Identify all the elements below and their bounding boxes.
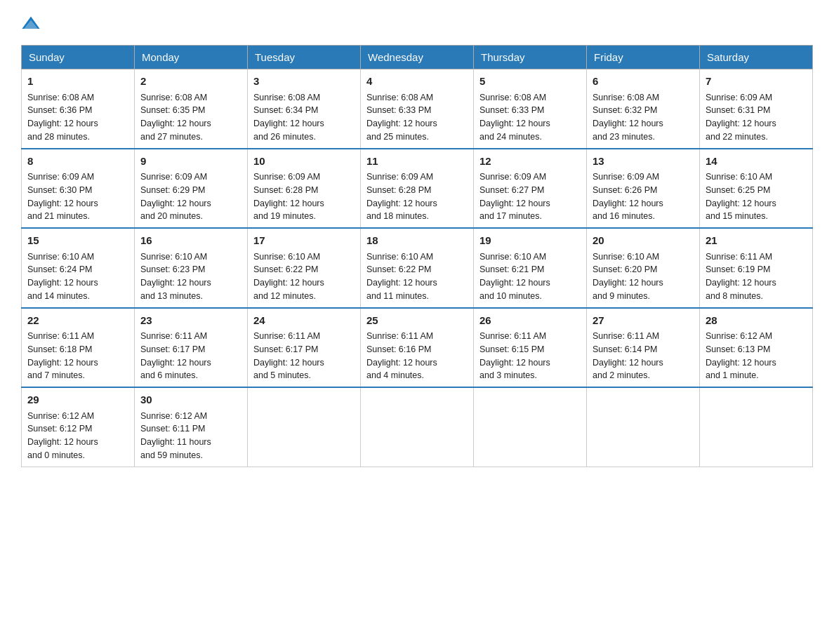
day-number: 30 — [140, 392, 241, 408]
calendar-cell — [587, 387, 700, 467]
calendar-cell: 26 Sunrise: 6:11 AM Sunset: 6:15 PM Dayl… — [474, 308, 587, 388]
calendar-cell: 24 Sunrise: 6:11 AM Sunset: 6:17 PM Dayl… — [248, 308, 361, 388]
calendar-cell: 1 Sunrise: 6:08 AM Sunset: 6:36 PM Dayli… — [22, 69, 135, 149]
calendar-table: SundayMondayTuesdayWednesdayThursdayFrid… — [21, 45, 813, 467]
calendar-cell: 21 Sunrise: 6:11 AM Sunset: 6:19 PM Dayl… — [700, 228, 813, 308]
calendar-cell: 27 Sunrise: 6:11 AM Sunset: 6:14 PM Dayl… — [587, 308, 700, 388]
day-number: 11 — [366, 154, 468, 170]
calendar-week-row: 15 Sunrise: 6:10 AM Sunset: 6:24 PM Dayl… — [22, 228, 813, 308]
calendar-cell — [700, 387, 813, 467]
day-number: 18 — [366, 233, 468, 249]
day-number: 10 — [253, 154, 355, 170]
day-number: 28 — [706, 313, 807, 329]
calendar-cell: 5 Sunrise: 6:08 AM Sunset: 6:33 PM Dayli… — [474, 69, 587, 149]
day-number: 26 — [479, 313, 581, 329]
logo — [21, 14, 45, 34]
calendar-cell: 8 Sunrise: 6:09 AM Sunset: 6:30 PM Dayli… — [22, 149, 135, 229]
calendar-cell: 25 Sunrise: 6:11 AM Sunset: 6:16 PM Dayl… — [361, 308, 474, 388]
day-number: 1 — [27, 74, 128, 90]
day-number: 12 — [479, 154, 581, 170]
day-number: 24 — [253, 313, 355, 329]
calendar-cell: 15 Sunrise: 6:10 AM Sunset: 6:24 PM Dayl… — [22, 228, 135, 308]
logo-icon — [21, 14, 41, 34]
calendar-cell: 9 Sunrise: 6:09 AM Sunset: 6:29 PM Dayli… — [135, 149, 248, 229]
calendar-week-row: 8 Sunrise: 6:09 AM Sunset: 6:30 PM Dayli… — [22, 149, 813, 229]
calendar-header-row: SundayMondayTuesdayWednesdayThursdayFrid… — [22, 46, 813, 69]
calendar-cell: 16 Sunrise: 6:10 AM Sunset: 6:23 PM Dayl… — [135, 228, 248, 308]
calendar-cell: 10 Sunrise: 6:09 AM Sunset: 6:28 PM Dayl… — [248, 149, 361, 229]
day-number: 27 — [593, 313, 694, 329]
calendar-cell: 4 Sunrise: 6:08 AM Sunset: 6:33 PM Dayli… — [361, 69, 474, 149]
day-number: 2 — [140, 74, 241, 90]
col-header-wednesday: Wednesday — [361, 46, 474, 69]
calendar-cell: 29 Sunrise: 6:12 AM Sunset: 6:12 PM Dayl… — [22, 387, 135, 467]
calendar-cell — [474, 387, 587, 467]
col-header-thursday: Thursday — [474, 46, 587, 69]
day-number: 21 — [706, 233, 807, 249]
calendar-cell: 30 Sunrise: 6:12 AM Sunset: 6:11 PM Dayl… — [135, 387, 248, 467]
calendar-cell: 28 Sunrise: 6:12 AM Sunset: 6:13 PM Dayl… — [700, 308, 813, 388]
calendar-cell: 7 Sunrise: 6:09 AM Sunset: 6:31 PM Dayli… — [700, 69, 813, 149]
col-header-monday: Monday — [135, 46, 248, 69]
calendar-cell: 18 Sunrise: 6:10 AM Sunset: 6:22 PM Dayl… — [361, 228, 474, 308]
day-number: 14 — [706, 154, 807, 170]
calendar-cell: 13 Sunrise: 6:09 AM Sunset: 6:26 PM Dayl… — [587, 149, 700, 229]
day-number: 13 — [593, 154, 694, 170]
day-number: 19 — [479, 233, 581, 249]
calendar-cell — [361, 387, 474, 467]
day-number: 16 — [140, 233, 241, 249]
col-header-saturday: Saturday — [700, 46, 813, 69]
calendar-cell: 20 Sunrise: 6:10 AM Sunset: 6:20 PM Dayl… — [587, 228, 700, 308]
calendar-cell: 2 Sunrise: 6:08 AM Sunset: 6:35 PM Dayli… — [135, 69, 248, 149]
calendar-cell: 3 Sunrise: 6:08 AM Sunset: 6:34 PM Dayli… — [248, 69, 361, 149]
day-number: 3 — [253, 74, 355, 90]
col-header-friday: Friday — [587, 46, 700, 69]
day-number: 9 — [140, 154, 241, 170]
calendar-cell: 11 Sunrise: 6:09 AM Sunset: 6:28 PM Dayl… — [361, 149, 474, 229]
calendar-cell — [248, 387, 361, 467]
day-number: 17 — [253, 233, 355, 249]
col-header-sunday: Sunday — [22, 46, 135, 69]
calendar-week-row: 29 Sunrise: 6:12 AM Sunset: 6:12 PM Dayl… — [22, 387, 813, 467]
day-number: 29 — [27, 392, 128, 408]
day-number: 8 — [27, 154, 128, 170]
page-header — [21, 14, 813, 34]
day-number: 23 — [140, 313, 241, 329]
calendar-cell: 22 Sunrise: 6:11 AM Sunset: 6:18 PM Dayl… — [22, 308, 135, 388]
day-number: 22 — [27, 313, 128, 329]
day-number: 5 — [479, 74, 581, 90]
calendar-cell: 12 Sunrise: 6:09 AM Sunset: 6:27 PM Dayl… — [474, 149, 587, 229]
calendar-cell: 23 Sunrise: 6:11 AM Sunset: 6:17 PM Dayl… — [135, 308, 248, 388]
calendar-cell: 17 Sunrise: 6:10 AM Sunset: 6:22 PM Dayl… — [248, 228, 361, 308]
day-number: 4 — [366, 74, 468, 90]
day-number: 20 — [593, 233, 694, 249]
col-header-tuesday: Tuesday — [248, 46, 361, 69]
calendar-cell: 19 Sunrise: 6:10 AM Sunset: 6:21 PM Dayl… — [474, 228, 587, 308]
calendar-week-row: 1 Sunrise: 6:08 AM Sunset: 6:36 PM Dayli… — [22, 69, 813, 149]
calendar-cell: 14 Sunrise: 6:10 AM Sunset: 6:25 PM Dayl… — [700, 149, 813, 229]
day-number: 15 — [27, 233, 128, 249]
day-number: 6 — [593, 74, 694, 90]
calendar-week-row: 22 Sunrise: 6:11 AM Sunset: 6:18 PM Dayl… — [22, 308, 813, 388]
day-number: 25 — [366, 313, 468, 329]
day-number: 7 — [706, 74, 807, 90]
calendar-cell: 6 Sunrise: 6:08 AM Sunset: 6:32 PM Dayli… — [587, 69, 700, 149]
